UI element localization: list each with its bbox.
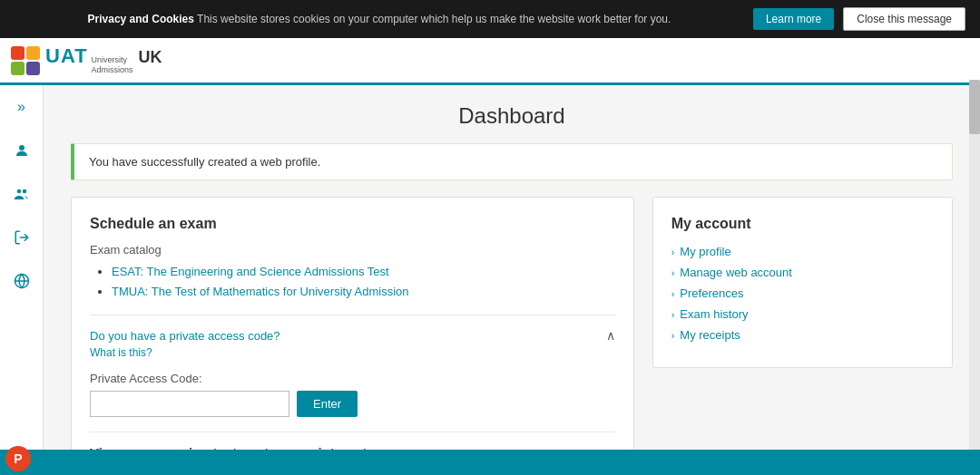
- list-item: › My profile: [671, 245, 934, 258]
- manage-web-account-link[interactable]: Manage web account: [680, 266, 792, 279]
- logo-sq-purple: [26, 62, 40, 75]
- esat-link[interactable]: ESAT: The Engineering and Science Admiss…: [112, 265, 389, 278]
- list-item: ESAT: The Engineering and Science Admiss…: [112, 264, 615, 278]
- main-wrapper: » Dashboard You have successfully create…: [0, 85, 980, 475]
- my-receipts-link[interactable]: My receipts: [680, 328, 740, 342]
- content-area: Dashboard You have successfully created …: [44, 85, 980, 475]
- learn-more-button[interactable]: Learn more: [753, 8, 834, 30]
- logo-uk-text: UK: [139, 48, 162, 67]
- chevron-right-icon: ›: [671, 288, 675, 299]
- private-access-left: Do you have a private access code? What …: [90, 328, 280, 359]
- sidebar-globe-icon[interactable]: [7, 267, 36, 296]
- private-code-row: Enter: [90, 391, 615, 417]
- private-code-label: Private Access Code:: [90, 372, 615, 385]
- my-account-card: My account › My profile › Manage web acc…: [652, 197, 953, 368]
- my-profile-link[interactable]: My profile: [680, 245, 730, 258]
- svg-point-2: [22, 189, 26, 194]
- top-nav: UAT University Admissions UK: [0, 38, 980, 85]
- cookie-message: This website stores cookies on your comp…: [197, 13, 671, 25]
- private-access-question-link[interactable]: Do you have a private access code?: [90, 329, 280, 343]
- enter-button[interactable]: Enter: [297, 391, 358, 417]
- scrollbar[interactable]: [969, 80, 980, 450]
- logo-subtitle: University Admissions: [92, 55, 133, 75]
- sidebar-group-icon[interactable]: [7, 179, 36, 208]
- bottom-bar: [0, 450, 980, 475]
- logo-sq-orange: [26, 46, 40, 60]
- list-item: TMUA: The Test of Mathematics for Univer…: [112, 284, 615, 298]
- chevron-right-icon: ›: [671, 267, 675, 278]
- logo-sq-red: [11, 46, 24, 60]
- sidebar-chevrons-icon[interactable]: »: [7, 92, 36, 121]
- close-message-button[interactable]: Close this message: [843, 7, 965, 31]
- schedule-card: Schedule an exam Exam catalog ESAT: The …: [71, 197, 634, 475]
- dashboard-columns: Schedule an exam Exam catalog ESAT: The …: [71, 197, 953, 475]
- cookie-banner: Privacy and Cookies This website stores …: [0, 0, 980, 38]
- schedule-title: Schedule an exam: [90, 216, 615, 232]
- sidebar: »: [0, 85, 44, 475]
- exam-catalog-label: Exam catalog: [90, 243, 615, 257]
- exam-list: ESAT: The Engineering and Science Admiss…: [90, 264, 615, 298]
- cookie-bold-text: Privacy and Cookies: [88, 13, 194, 25]
- scroll-thumb[interactable]: [969, 80, 980, 134]
- success-message-text: You have successfully created a web prof…: [89, 155, 320, 169]
- page-title: Dashboard: [71, 103, 953, 129]
- svg-point-1: [16, 189, 21, 194]
- bottom-p-icon[interactable]: P: [5, 446, 31, 471]
- private-code-area: Private Access Code: Enter: [90, 372, 615, 417]
- logo-sq-green: [11, 62, 24, 75]
- list-item: › Manage web account: [671, 266, 934, 279]
- chevron-right-icon: ›: [671, 330, 675, 341]
- private-access-section: Do you have a private access code? What …: [90, 328, 615, 359]
- chevron-up-icon[interactable]: ∧: [606, 328, 615, 343]
- list-item: › Preferences: [671, 286, 934, 300]
- account-links-list: › My profile › Manage web account › Pref…: [671, 245, 934, 342]
- list-item: › Exam history: [671, 307, 934, 321]
- what-is-this-link[interactable]: What is this?: [90, 346, 280, 359]
- logo-uat-text: UAT: [45, 46, 88, 66]
- tmua-link[interactable]: TMUA: The Test of Mathematics for Univer…: [112, 285, 409, 298]
- exam-history-link[interactable]: Exam history: [680, 307, 748, 321]
- sidebar-signout-icon[interactable]: [7, 223, 36, 252]
- logo-area: UAT University Admissions UK: [11, 46, 162, 75]
- private-access-code-input[interactable]: [90, 391, 289, 417]
- my-account-title: My account: [671, 216, 934, 232]
- cookie-banner-text: Privacy and Cookies This website stores …: [15, 13, 744, 25]
- chevron-right-icon: ›: [671, 247, 675, 257]
- divider-2: [90, 431, 615, 432]
- logo-squares: [11, 46, 40, 75]
- success-banner: You have successfully created a web prof…: [71, 143, 953, 180]
- svg-point-0: [19, 145, 24, 150]
- sidebar-user-icon[interactable]: [7, 136, 36, 165]
- divider: [90, 315, 615, 315]
- list-item: › My receipts: [671, 328, 934, 342]
- chevron-right-icon: ›: [671, 309, 675, 320]
- preferences-link[interactable]: Preferences: [680, 286, 743, 300]
